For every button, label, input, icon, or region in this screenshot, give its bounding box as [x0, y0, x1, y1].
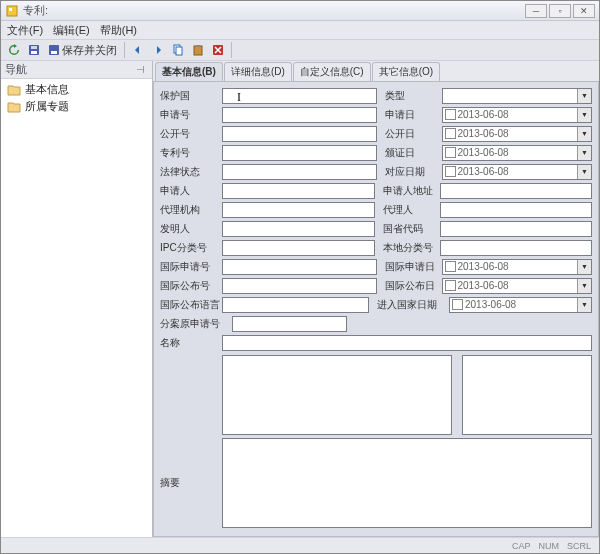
menu-edit[interactable]: 编辑(E) — [53, 23, 90, 38]
input-name[interactable] — [222, 335, 592, 351]
menu-help[interactable]: 帮助(H) — [100, 23, 137, 38]
input-agent[interactable] — [440, 202, 593, 218]
tab-basic[interactable]: 基本信息(B) — [155, 62, 223, 81]
app-icon — [5, 4, 19, 18]
date-enter-national-date[interactable]: 2013-06-08▼ — [449, 297, 592, 313]
date-intl-pub-date[interactable]: 2013-06-08▼ — [442, 278, 593, 294]
minimize-button[interactable]: ─ — [525, 4, 547, 18]
label-agent: 代理人 — [383, 203, 438, 217]
date-corr-date[interactable]: 2013-06-08▼ — [442, 164, 593, 180]
chevron-down-icon: ▼ — [577, 108, 591, 122]
label-inventor: 发明人 — [160, 222, 220, 236]
chevron-down-icon: ▼ — [577, 279, 591, 293]
label-enter-national-date: 进入国家日期 — [377, 298, 447, 312]
input-applicant[interactable] — [222, 183, 375, 199]
titlebar: 专利: ─ ▫ ✕ — [1, 1, 599, 21]
save-icon[interactable] — [25, 41, 43, 59]
label-local-class: 本地分类号 — [383, 241, 438, 255]
copy-icon[interactable] — [169, 41, 187, 59]
date-pub-date[interactable]: 2013-06-08▼ — [442, 126, 593, 142]
chevron-down-icon: ▼ — [577, 89, 591, 103]
label-protect-country: 保护国 — [160, 89, 220, 103]
date-grant-date[interactable]: 2013-06-08▼ — [442, 145, 593, 161]
label-patent-no: 专利号 — [160, 146, 220, 160]
statusbar: CAP NUM SCRL — [1, 537, 599, 553]
label-applicant: 申请人 — [160, 184, 220, 198]
label-spacer — [160, 355, 220, 435]
input-div-app-no[interactable] — [232, 316, 347, 332]
chevron-down-icon: ▼ — [577, 298, 591, 312]
tab-custom[interactable]: 自定义信息(C) — [293, 62, 371, 81]
svg-rect-1 — [9, 8, 12, 11]
textarea-abstract[interactable] — [222, 438, 592, 528]
label-pub-date: 公开日 — [385, 127, 440, 141]
nav-title: 导航 — [5, 62, 27, 77]
delete-icon[interactable] — [209, 41, 227, 59]
input-intl-app-no[interactable] — [222, 259, 377, 275]
input-local-class[interactable] — [440, 240, 593, 256]
nav-panel: 导航 ⊣ 基本信息 所属专题 — [1, 61, 153, 537]
date-intl-app-date[interactable]: 2013-06-08▼ — [442, 259, 593, 275]
status-scrl: SCRL — [567, 541, 591, 551]
label-type: 类型 — [385, 89, 440, 103]
svg-rect-3 — [31, 51, 37, 54]
input-inventor[interactable] — [222, 221, 375, 237]
tab-detail[interactable]: 详细信息(D) — [224, 62, 292, 81]
svg-rect-8 — [176, 47, 182, 55]
label-intl-pub-date: 国际公布日 — [385, 279, 440, 293]
nav-tree: 基本信息 所属专题 — [1, 79, 152, 537]
input-legal-status[interactable] — [222, 164, 377, 180]
maximize-button[interactable]: ▫ — [549, 4, 571, 18]
close-button[interactable]: ✕ — [573, 4, 595, 18]
label-pub-no: 公开号 — [160, 127, 220, 141]
label-grant-date: 颁证日 — [385, 146, 440, 160]
textarea-2[interactable] — [462, 355, 592, 435]
status-num: NUM — [538, 541, 559, 551]
menu-file[interactable]: 文件(F) — [7, 23, 43, 38]
textarea-1[interactable] — [222, 355, 452, 435]
label-country-code: 国省代码 — [383, 222, 438, 236]
label-app-no: 申请号 — [160, 108, 220, 122]
input-ipc[interactable] — [222, 240, 375, 256]
main-area: 基本信息(B) 详细信息(D) 自定义信息(C) 其它信息(O) 保护国 类型 … — [153, 61, 599, 537]
label-ipc: IPC分类号 — [160, 241, 220, 255]
tab-strip: 基本信息(B) 详细信息(D) 自定义信息(C) 其它信息(O) — [153, 61, 599, 81]
paste-icon[interactable] — [189, 41, 207, 59]
tree-item-basic[interactable]: 基本信息 — [3, 81, 150, 98]
label-intl-pub-lang: 国际公布语言 — [160, 298, 220, 312]
refresh-icon[interactable] — [5, 41, 23, 59]
date-app-date[interactable]: 2013-06-08▼ — [442, 107, 593, 123]
svg-rect-4 — [31, 46, 37, 49]
basic-info-panel: 保护国 类型 ▼ 申请号 申请日 2013-06-08▼ 公开号 公开日 201… — [153, 81, 599, 537]
menubar: 文件(F) 编辑(E) 帮助(H) — [1, 21, 599, 39]
label-intl-app-no: 国际申请号 — [160, 260, 220, 274]
status-cap: CAP — [512, 541, 531, 551]
save-close-button[interactable]: 保存并关闭 — [45, 41, 120, 59]
label-abstract: 摘要 — [160, 476, 220, 490]
input-app-no[interactable] — [222, 107, 377, 123]
input-protect-country[interactable] — [222, 88, 377, 104]
folder-icon — [7, 101, 21, 113]
input-patent-no[interactable] — [222, 145, 377, 161]
label-name: 名称 — [160, 336, 220, 350]
back-icon[interactable] — [129, 41, 147, 59]
input-applicant-addr[interactable] — [440, 183, 593, 199]
chevron-down-icon: ▼ — [577, 146, 591, 160]
pin-icon[interactable]: ⊣ — [136, 64, 148, 76]
input-country-code[interactable] — [440, 221, 593, 237]
input-agency[interactable] — [222, 202, 375, 218]
label-applicant-addr: 申请人地址 — [383, 184, 438, 198]
tree-item-topic[interactable]: 所属专题 — [3, 98, 150, 115]
input-intl-pub-no[interactable] — [222, 278, 377, 294]
combo-type[interactable]: ▼ — [442, 88, 593, 104]
tab-other[interactable]: 其它信息(O) — [372, 62, 440, 81]
forward-icon[interactable] — [149, 41, 167, 59]
label-intl-pub-no: 国际公布号 — [160, 279, 220, 293]
input-intl-pub-lang[interactable] — [222, 297, 369, 313]
svg-rect-10 — [196, 45, 200, 47]
folder-icon — [7, 84, 21, 96]
svg-rect-6 — [51, 51, 57, 54]
label-legal-status: 法律状态 — [160, 165, 220, 179]
input-pub-no[interactable] — [222, 126, 377, 142]
chevron-down-icon: ▼ — [577, 260, 591, 274]
